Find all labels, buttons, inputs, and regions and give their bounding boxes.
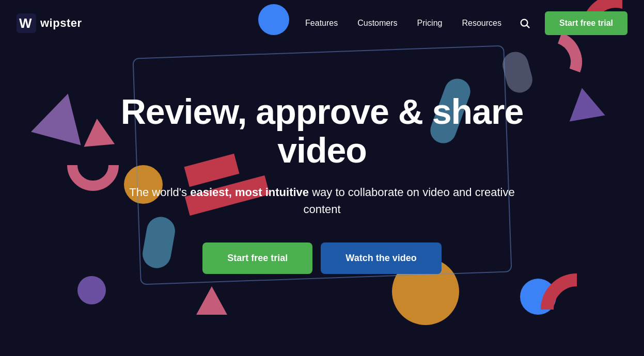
hero-content: Review, approve & share video The world'… — [90, 92, 555, 274]
svg-text:W: W — [19, 15, 32, 31]
hero-sub-bold1: easiest, — [190, 186, 232, 199]
hero-sub-suffix: way to collaborate on video and creative… — [303, 186, 514, 216]
shape-purple-triangle-right — [564, 85, 605, 121]
nav-pricing[interactable]: Pricing — [409, 14, 451, 32]
navigation: W wipster Features Customers Pricing Res… — [0, 0, 644, 46]
hero-section: W wipster Features Customers Pricing Res… — [0, 0, 644, 356]
nav-features[interactable]: Features — [297, 14, 346, 32]
nav-resources[interactable]: Resources — [453, 14, 509, 32]
hero-heading: Review, approve & share video — [111, 92, 534, 170]
search-button[interactable] — [513, 13, 537, 33]
hero-subtext: The world's easiest, most intuitive way … — [111, 184, 534, 218]
search-icon — [519, 18, 530, 29]
shape-gray-pill-top-right — [499, 49, 535, 95]
shape-purple-circle-bottom — [77, 276, 106, 304]
shape-blue-circle-bottom-right — [520, 279, 556, 315]
hero-trial-button[interactable]: Start free trial — [202, 242, 312, 274]
hero-sub-bold2: most intuitive — [235, 186, 309, 199]
nav-customers[interactable]: Customers — [349, 14, 405, 32]
nav-links: Features Customers Pricing Resources Sta… — [297, 11, 627, 35]
logo-icon: W — [17, 13, 36, 33]
shape-pink-triangle-bottom — [196, 286, 227, 315]
hero-video-button[interactable]: Watch the video — [321, 242, 441, 274]
logo-text: wipster — [40, 17, 82, 30]
svg-point-2 — [521, 20, 528, 26]
shape-red-arc-bottom-right — [541, 273, 613, 346]
hero-buttons: Start free trial Watch the video — [111, 242, 534, 274]
logo-link[interactable]: W wipster — [17, 13, 82, 33]
hero-sub-prefix: The world's — [129, 186, 190, 199]
hero-heading-line2: video — [277, 131, 367, 170]
hero-heading-line1: Review, approve & share — [121, 92, 524, 131]
shape-purple-triangle-left — [31, 87, 93, 145]
svg-line-3 — [527, 25, 529, 28]
nav-cta-button[interactable]: Start free trial — [545, 11, 627, 35]
